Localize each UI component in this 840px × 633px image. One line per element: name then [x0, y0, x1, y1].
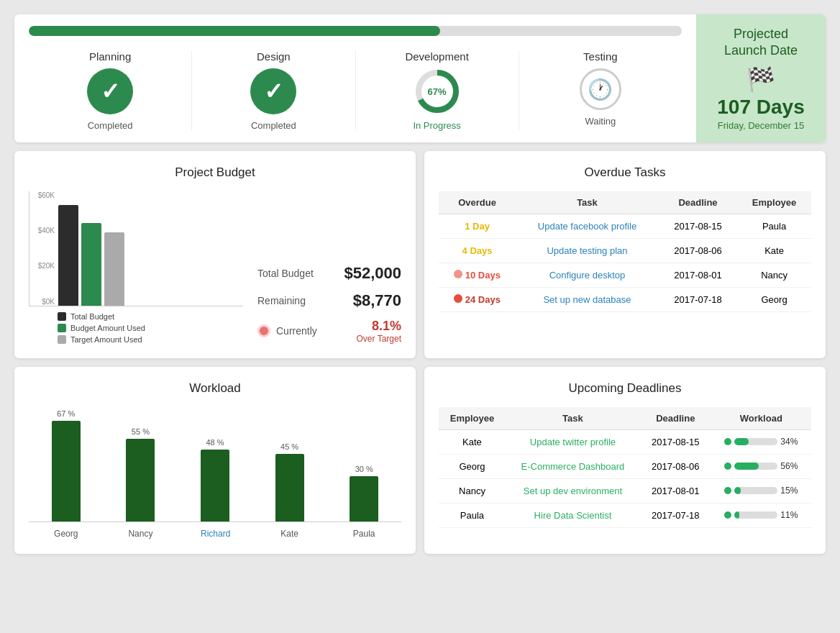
upcoming-deadline-cell: 2017-07-18	[640, 503, 711, 527]
bar-total	[58, 205, 78, 306]
overdue-dot-icon	[454, 270, 462, 278]
mini-track	[734, 463, 777, 470]
y-label-0k: $0K	[29, 298, 55, 306]
legend-dot-total	[58, 312, 66, 321]
overdue-days-value: 24 Days	[454, 294, 501, 305]
mini-track	[734, 438, 777, 445]
progress-bar-fill	[29, 26, 440, 36]
upcoming-task-link[interactable]: Set up dev environment	[524, 486, 622, 496]
overdue-deadline-cell: 2017-07-18	[659, 287, 737, 311]
remaining-value: $8,770	[353, 291, 401, 310]
phase-testing-status: Waiting	[585, 116, 616, 127]
upcoming-task-cell: Update twitter profile	[506, 429, 640, 454]
workload-bar-pct: 48 %	[206, 438, 224, 447]
overdue-employee-cell: Kate	[737, 238, 811, 263]
workload-bar-fill	[126, 439, 155, 522]
workload-bar-group: 45 %	[275, 442, 304, 522]
y-label-40k: $40K	[29, 227, 55, 234]
upcoming-title: Upcoming Deadlines	[439, 381, 811, 396]
overdue-days-cell: 4 Days	[439, 238, 516, 263]
top-section: Planning ✓ Completed Design ✓ Completed	[14, 14, 826, 142]
bar-target-used	[104, 232, 124, 306]
phase-design-status: Completed	[251, 120, 296, 131]
upcoming-task-cell: E-Commerce Dashboard	[506, 454, 640, 478]
upcoming-task-link[interactable]: Update twitter profile	[530, 437, 616, 447]
workload-bars: 67 % 55 % 48 % 45 % 30 %	[29, 407, 401, 522]
upcoming-deadlines-card: Upcoming Deadlines Employee Task Deadlin…	[424, 367, 826, 554]
phase-development-status: In Progress	[413, 120, 460, 131]
workload-bar-group: 48 %	[201, 438, 229, 522]
overdue-deadline-cell: 2017-08-15	[659, 214, 737, 238]
legend-budget-used: Budget Amount Used	[58, 324, 243, 332]
mini-fill	[734, 511, 739, 519]
mini-fill	[734, 463, 759, 470]
legend-target-label: Target Amount Used	[70, 335, 142, 344]
workload-bar-mini: 34%	[724, 437, 798, 447]
budget-title: Project Budget	[29, 165, 401, 180]
launch-date-box: ProjectedLaunch Date 🏁 107 Days Friday, …	[696, 14, 826, 142]
upcoming-table-row: Nancy Set up dev environment 2017-08-01 …	[439, 478, 811, 503]
overdue-days-value: 10 Days	[454, 270, 501, 281]
over-target-label: Over Target	[357, 334, 401, 344]
bar-budget-used	[81, 223, 101, 306]
overdue-task-link[interactable]: Update facebook profile	[538, 221, 636, 232]
phase-design-icon: ✓	[250, 68, 296, 114]
legend-total-label: Total Budget	[70, 312, 114, 321]
bar-chart-area: $60K $40K $20K $0K	[29, 191, 243, 306]
workload-bar-group: 67 %	[52, 409, 81, 522]
phase-testing-title: Testing	[583, 50, 618, 63]
upcoming-task-link[interactable]: Hire Data Scientist	[534, 510, 612, 521]
workload-bar-fill	[52, 421, 81, 522]
phase-planning-title: Planning	[89, 50, 131, 63]
overdue-task-link[interactable]: Set up new database	[543, 294, 631, 305]
legend-total: Total Budget	[58, 312, 243, 321]
upcoming-deadline-cell: 2017-08-01	[640, 478, 711, 503]
upcoming-workload-cell: 34%	[711, 429, 811, 454]
y-label-60k: $60K	[29, 191, 55, 199]
legend-dot-budget	[58, 324, 66, 332]
total-budget-label: Total Budget	[257, 268, 314, 279]
total-budget-value: $52,000	[344, 264, 401, 283]
mini-dot-icon	[724, 463, 731, 470]
overdue-dot-icon	[454, 294, 462, 303]
employee-col-header: Employee	[439, 407, 506, 430]
checkmark-icon: ✓	[264, 78, 283, 105]
workload-col-header: Workload	[711, 407, 811, 430]
legend-budget-label: Budget Amount Used	[70, 324, 145, 332]
workload-bar-fill	[201, 450, 229, 522]
overdue-days-cell: 1 Day	[439, 214, 516, 238]
workload-bar-fill	[275, 454, 304, 522]
upcoming-task-link[interactable]: E-Commerce Dashboard	[521, 461, 625, 472]
task-col-header: Task	[506, 407, 640, 430]
overdue-days-value: 4 Days	[462, 245, 493, 256]
workload-bar-pct: 30 %	[355, 465, 373, 473]
checkmark-icon: ✓	[101, 78, 120, 105]
remaining-row: Remaining $8,770	[257, 291, 401, 310]
workload-bar-name[interactable]: Richard	[201, 529, 230, 539]
workload-bar-group: 30 %	[350, 465, 378, 522]
mini-track	[734, 511, 777, 519]
deadline-col-header: Deadline	[659, 191, 737, 214]
workload-pct-label: 56%	[780, 461, 798, 471]
overdue-task-link[interactable]: Configure desktop	[549, 270, 626, 281]
overdue-table-row: 1 Day Update facebook profile 2017-08-15…	[439, 214, 811, 238]
workload-pct-label: 34%	[780, 437, 798, 447]
legend-dot-target	[58, 335, 66, 344]
upcoming-deadline-cell: 2017-08-06	[640, 454, 711, 478]
overdue-deadline-cell: 2017-08-01	[659, 263, 737, 287]
remaining-label: Remaining	[257, 295, 306, 306]
donut-label: 67%	[428, 86, 447, 97]
overdue-table-row: 24 Days Set up new database 2017-07-18 G…	[439, 287, 811, 311]
overdue-title: Overdue Tasks	[439, 165, 811, 180]
employee-col-header: Employee	[737, 191, 811, 214]
overdue-days-cell: 24 Days	[439, 287, 516, 311]
overdue-task-link[interactable]: Update testing plan	[547, 245, 627, 256]
workload-bar-pct: 55 %	[132, 427, 150, 436]
phase-development-title: Development	[405, 50, 468, 63]
currently-value: 8.1%	[357, 319, 401, 334]
currently-label: Currently	[276, 325, 317, 337]
mini-track	[734, 487, 777, 494]
launch-date-label: ProjectedLaunch Date	[724, 26, 798, 60]
upcoming-task-cell: Set up dev environment	[506, 478, 640, 503]
overdue-employee-cell: Nancy	[737, 263, 811, 287]
